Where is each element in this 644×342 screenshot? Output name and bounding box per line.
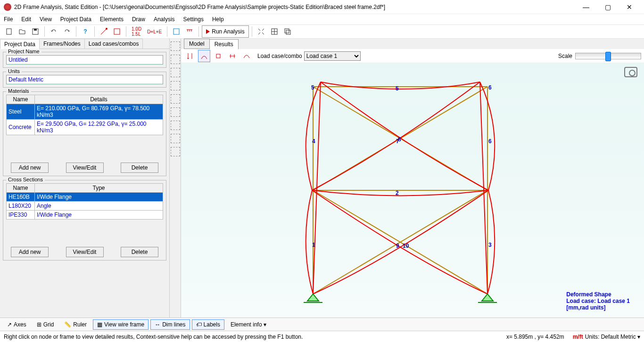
elem-2: 2 bbox=[396, 190, 399, 196]
menu-draw[interactable]: Draw bbox=[132, 16, 145, 23]
materials-delete-button[interactable]: Delete bbox=[121, 163, 158, 173]
diag-axial-icon[interactable] bbox=[212, 50, 224, 62]
labels-button[interactable]: 🏷Labels bbox=[192, 319, 224, 330]
svg-rect-10 bbox=[285, 29, 289, 33]
loads-icon[interactable] bbox=[183, 25, 196, 38]
copy-icon[interactable] bbox=[281, 25, 294, 38]
materials-group: Materials NameDetails SteelE= 210.000 GP… bbox=[3, 91, 166, 176]
menu-elements[interactable]: Elements bbox=[100, 16, 124, 23]
left-panel: Project Data Frames/Nodes Load cases/com… bbox=[0, 39, 170, 318]
frame-icon[interactable] bbox=[111, 25, 123, 38]
report1-icon[interactable] bbox=[171, 134, 180, 143]
move-icon[interactable] bbox=[171, 68, 180, 77]
zoom-window-icon[interactable] bbox=[171, 121, 180, 130]
elem-6: 6 bbox=[488, 138, 492, 145]
elem-5: 5 bbox=[396, 85, 399, 92]
svg-text:6: 6 bbox=[488, 84, 492, 91]
units-input[interactable] bbox=[6, 75, 163, 84]
menu-view[interactable]: View bbox=[40, 16, 52, 23]
tab-results[interactable]: Results bbox=[209, 39, 239, 49]
status-bar: Right click on node or frame to view det… bbox=[0, 331, 644, 342]
menu-file[interactable]: File bbox=[4, 16, 13, 23]
table-row[interactable]: L180X20Angle bbox=[7, 202, 163, 211]
undo-icon[interactable] bbox=[48, 25, 60, 38]
menu-bar: File Edit View Project Data Elements Dra… bbox=[0, 14, 644, 24]
tab-model[interactable]: Model bbox=[184, 39, 210, 49]
sections-table[interactable]: NameType HE160BI/Wide Flange L180X20Angl… bbox=[6, 183, 163, 220]
diag-moment-icon[interactable] bbox=[240, 50, 253, 62]
help-icon[interactable]: ? bbox=[79, 25, 91, 38]
open-icon[interactable] bbox=[16, 25, 28, 38]
results-canvas[interactable]: 1 2 3 4 5 6 7 8 9 10 5 6 Deformed Shape … bbox=[181, 63, 644, 318]
table-row[interactable]: IPE330I/Wide Flange bbox=[7, 211, 163, 220]
materials-add-button[interactable]: Add new bbox=[11, 163, 49, 173]
menu-help[interactable]: Help bbox=[212, 16, 224, 23]
col-details: Details bbox=[35, 95, 163, 104]
svg-line-3 bbox=[101, 29, 107, 34]
wireframe-button[interactable]: ▦View wire frame bbox=[93, 319, 149, 330]
main-toolbar: ? 1.0D 1.5L D+L+E Run Analysis bbox=[0, 24, 644, 39]
sections-group: Cross Sections NameType HE160BI/Wide Fla… bbox=[3, 180, 166, 261]
table-row[interactable]: SteelE= 210.000 GPa, G= 80.769 GPa, γ= 7… bbox=[7, 104, 163, 120]
title-bar: 2D Frame Analysis, Static Edition - [C:\… bbox=[0, 0, 644, 14]
status-coords: x= 5.895m , y= 4.452m bbox=[506, 334, 564, 340]
axes-icon: ↗ bbox=[7, 321, 12, 328]
table-row[interactable]: HE160BI/Wide Flange bbox=[7, 193, 163, 202]
axes-button[interactable]: ↗Axes bbox=[3, 319, 31, 330]
play-icon bbox=[206, 29, 210, 34]
project-name-input[interactable] bbox=[6, 55, 163, 65]
zoom-fit-icon[interactable] bbox=[171, 107, 180, 117]
window-icon[interactable] bbox=[170, 25, 182, 38]
element-info-button[interactable]: Element info ▾ bbox=[226, 319, 271, 330]
extents-icon[interactable] bbox=[255, 25, 267, 38]
load-combo-select[interactable]: Load case 1 bbox=[304, 51, 361, 61]
units-label: Units bbox=[6, 68, 22, 74]
run-analysis-button[interactable]: Run Analysis bbox=[202, 25, 248, 38]
svg-rect-12 bbox=[216, 54, 220, 58]
wire-icon: ▦ bbox=[97, 321, 102, 328]
view-tool-column bbox=[170, 39, 181, 318]
materials-table[interactable]: NameDetails SteelE= 210.000 GPa, G= 80.7… bbox=[6, 95, 163, 135]
menu-settings[interactable]: Settings bbox=[183, 16, 204, 23]
units-dropdown[interactable]: Units: Default Metric ▾ bbox=[585, 334, 640, 340]
table-row[interactable]: ConcreteE= 29.500 GPa, G= 12.292 GPa, γ=… bbox=[7, 120, 163, 135]
report2-icon[interactable] bbox=[171, 147, 180, 156]
scale-label: Scale bbox=[558, 53, 572, 59]
node-icon[interactable] bbox=[98, 25, 110, 38]
table-icon[interactable] bbox=[268, 25, 281, 38]
pan-icon[interactable] bbox=[171, 55, 180, 64]
load-combo-1-icon[interactable]: 1.0D 1.5L bbox=[129, 25, 144, 38]
ruler-icon: 📏 bbox=[64, 321, 71, 328]
diag-deformed-icon[interactable] bbox=[198, 50, 210, 62]
zoom-out-icon[interactable] bbox=[171, 94, 180, 104]
scale-slider[interactable] bbox=[575, 53, 641, 59]
load-combo-2-icon[interactable]: D+L+E bbox=[145, 25, 164, 38]
sections-add-button[interactable]: Add new bbox=[11, 247, 49, 257]
close-button[interactable]: ✕ bbox=[619, 0, 640, 14]
materials-edit-button[interactable]: View/Edit bbox=[66, 163, 104, 173]
dimlines-button[interactable]: ↔Dim lines bbox=[150, 319, 190, 330]
legend: Deformed Shape Load case: Load case 1 [m… bbox=[566, 291, 630, 311]
tab-project-data[interactable]: Project Data bbox=[0, 39, 40, 49]
diag-reactions-icon[interactable] bbox=[184, 50, 196, 62]
redo-icon[interactable] bbox=[61, 25, 73, 38]
zoom-in-icon[interactable] bbox=[171, 81, 180, 90]
maximize-button[interactable]: ▢ bbox=[597, 0, 619, 14]
menu-analysis[interactable]: Analysis bbox=[154, 16, 175, 23]
col-type: Type bbox=[35, 184, 163, 193]
menu-edit[interactable]: Edit bbox=[21, 16, 31, 23]
sections-delete-button[interactable]: Delete bbox=[121, 247, 158, 257]
new-icon[interactable] bbox=[3, 25, 15, 38]
tab-load-cases[interactable]: Load cases/combos bbox=[84, 39, 143, 49]
diag-shear-icon[interactable] bbox=[226, 50, 239, 62]
select-icon[interactable] bbox=[171, 41, 180, 51]
view-area: Model Results Load case/combo Load case … bbox=[181, 39, 644, 318]
save-icon[interactable] bbox=[29, 25, 41, 38]
ruler-button[interactable]: 📏Ruler bbox=[60, 319, 91, 330]
menu-projectdata[interactable]: Project Data bbox=[60, 16, 91, 23]
minimize-button[interactable]: — bbox=[575, 0, 597, 14]
tab-frames-nodes[interactable]: Frames/Nodes bbox=[39, 39, 85, 49]
grid-button[interactable]: ⊞Grid bbox=[33, 319, 58, 330]
sections-edit-button[interactable]: View/Edit bbox=[66, 247, 104, 257]
elem-9: 9 bbox=[396, 243, 399, 249]
